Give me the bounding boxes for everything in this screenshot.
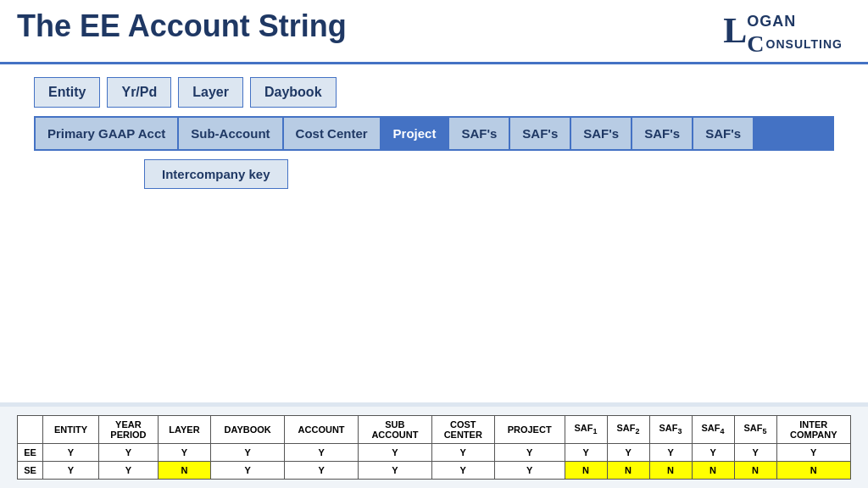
daybook-box: Daybook [250,77,337,108]
saf1-box: SAF's [449,118,510,149]
header: The EE Account String L OGAN C ONSULTING [0,0,868,64]
col-header-daybook: DAYBOOK [211,416,285,444]
logo-c-letter: C [747,30,764,58]
ee-saf5: Y [734,444,776,462]
sub-account-box: Sub-Account [179,118,283,149]
saf5-box: SAF's [693,118,753,149]
col-header-entity: ENTITY [43,416,99,444]
se-project: Y [494,462,565,480]
table-section: ENTITY YEARPERIOD LAYER DAYBOOK ACCOUNT … [0,407,868,488]
col-header-account: ACCOUNT [285,416,359,444]
ee-saf1: Y [565,444,607,462]
col-header-saf1: SAF1 [565,416,607,444]
ee-project: Y [494,444,565,462]
primary-gaap-acct-box: Primary GAAP Acct [36,118,179,149]
logo-consulting: ONSULTING [766,37,843,51]
page-title: The EE Account String [17,8,347,51]
se-saf1: N [565,462,607,480]
account-string-table: ENTITY YEARPERIOD LAYER DAYBOOK ACCOUNT … [17,415,851,480]
project-box: Project [381,118,450,149]
ee-saf2: Y [607,444,649,462]
content-area: Entity Yr/Pd Layer Daybook Primary GAAP … [0,64,868,402]
logo-l-letter: L [723,13,747,48]
col-header-empty [18,416,43,444]
ee-saf3: Y [649,444,692,462]
intercompany-key-box: Intercompany key [144,159,288,189]
account-string-row: Primary GAAP Acct Sub-Account Cost Cente… [34,116,834,151]
col-header-year-period: YEARPERIOD [98,416,158,444]
cost-center-box: Cost Center [284,118,381,149]
logo: L OGAN C ONSULTING [715,8,851,62]
yrpd-box: Yr/Pd [107,77,171,108]
col-header-inter-company: INTERCOMPANY [776,416,850,444]
col-header-saf4: SAF4 [692,416,734,444]
col-header-cost-center: COSTCENTER [431,416,494,444]
entity-box: Entity [34,77,100,108]
ee-layer: Y [158,444,210,462]
row-label-se: SE [18,462,43,480]
se-saf3: N [649,462,692,480]
col-header-saf5: SAF5 [734,416,776,444]
saf2-box: SAF's [510,118,571,149]
table-row-se: SE Y Y N Y Y Y Y Y N N N N N N [18,462,851,480]
se-entity: Y [43,462,99,480]
se-inter-company: N [776,462,850,480]
table-row-ee: EE Y Y Y Y Y Y Y Y Y Y Y Y Y Y [18,444,851,462]
col-header-project: PROJECT [494,416,565,444]
se-cost-center: Y [431,462,494,480]
saf4-box: SAF's [632,118,693,149]
ee-account: Y [285,444,359,462]
col-header-layer: LAYER [158,416,210,444]
se-sub-account: Y [358,462,431,480]
se-saf5: N [734,462,776,480]
ee-entity: Y [43,444,99,462]
se-year-period: Y [98,462,158,480]
se-layer: N [158,462,210,480]
ee-daybook: Y [211,444,285,462]
se-account: Y [285,462,359,480]
top-row-boxes: Entity Yr/Pd Layer Daybook [34,77,834,108]
ee-year-period: Y [98,444,158,462]
col-header-sub-account: SUBACCOUNT [358,416,431,444]
se-saf4: N [692,462,734,480]
row-label-ee: EE [18,444,43,462]
col-header-saf3: SAF3 [649,416,692,444]
logo-ogan: OGAN [747,13,843,30]
saf3-box: SAF's [571,118,632,149]
ee-cost-center: Y [431,444,494,462]
layer-box: Layer [178,77,243,108]
ee-inter-company: Y [776,444,850,462]
intercompany-row: Intercompany key [34,159,834,189]
se-saf2: N [607,462,649,480]
ee-saf4: Y [692,444,734,462]
ee-sub-account: Y [358,444,431,462]
col-header-saf2: SAF2 [607,416,649,444]
se-daybook: Y [211,462,285,480]
